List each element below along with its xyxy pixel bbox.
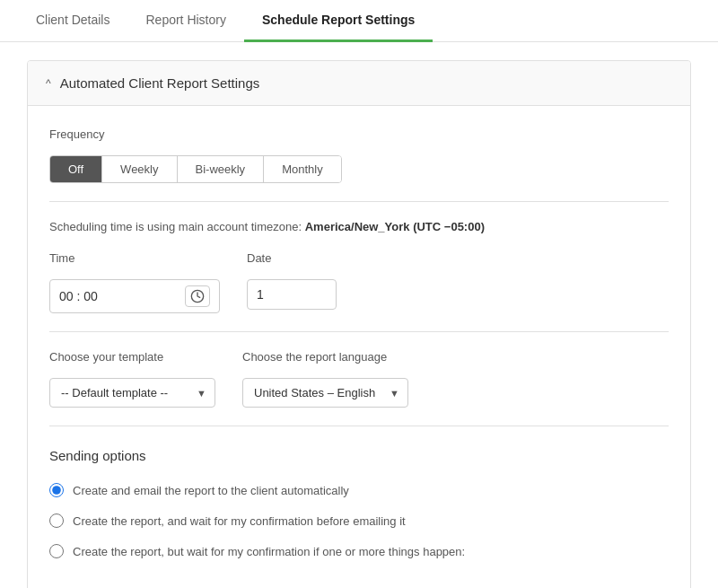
divider-3 [49,426,669,426]
radio-auto-label: Create and email the report to the clien… [73,484,349,497]
tab-report-history[interactable]: Report History [127,0,243,42]
freq-weekly-button[interactable]: Weekly [102,156,177,182]
section-body: Frequency Off Weekly Bi-weekly Monthly S… [28,106,690,588]
date-label: Date [247,251,337,265]
freq-biweekly-button[interactable]: Bi-weekly [178,156,265,182]
template-lang-row: Choose your template -- Default template… [49,350,669,408]
template-field-group: Choose your template -- Default template… [49,350,215,408]
section-header[interactable]: ^ Automated Client Report Settings [28,61,690,106]
time-label: Time [49,251,220,265]
time-field-group: Time 00 : 00 [49,251,220,313]
frequency-toggle-group: Off Weekly Bi-weekly Monthly [49,155,342,183]
main-content: ^ Automated Client Report Settings Frequ… [0,42,718,588]
radio-option-auto: Create and email the report to the clien… [49,483,669,497]
template-label: Choose your template [49,350,215,364]
radio-confirm-email[interactable] [49,513,64,528]
time-value: 00 : 00 [59,289,98,303]
sending-options-title: Sending options [49,448,669,463]
time-date-row: Time 00 : 00 Date [49,251,669,313]
divider-1 [49,201,669,202]
automated-settings-section: ^ Automated Client Report Settings Frequ… [27,60,691,588]
date-field-group: Date [247,251,337,313]
tab-client-details[interactable]: Client Details [18,0,127,42]
frequency-label: Frequency [49,127,669,141]
language-label: Choose the report language [242,350,408,364]
radio-confirm-condition[interactable] [49,544,64,558]
radio-option-confirm-condition: Create the report, but wait for my confi… [49,544,669,558]
freq-monthly-button[interactable]: Monthly [264,156,341,182]
collapse-chevron-icon: ^ [46,77,51,90]
clock-icon[interactable] [185,285,210,307]
radio-confirm-condition-label: Create the report, but wait for my confi… [73,545,465,558]
time-input[interactable]: 00 : 00 [49,279,220,313]
frequency-group: Frequency Off Weekly Bi-weekly Monthly [49,127,669,183]
language-select[interactable]: United States – English [242,378,408,408]
divider-2 [49,331,669,332]
template-select[interactable]: -- Default template -- [49,378,215,408]
radio-confirm-email-label: Create the report, and wait for my confi… [73,514,406,528]
timezone-note: Scheduling time is using main account ti… [49,220,669,233]
template-select-wrap: -- Default template -- ▼ [49,378,215,408]
radio-option-confirm-email: Create the report, and wait for my confi… [49,513,669,528]
freq-off-button[interactable]: Off [50,156,102,182]
section-title: Automated Client Report Settings [60,75,260,91]
language-field-group: Choose the report language United States… [242,350,408,408]
language-select-wrap: United States – English ▼ [242,378,408,408]
tab-bar: Client Details Report History Schedule R… [0,0,718,42]
timezone-value: America/New_York (UTC −05:00) [305,220,485,233]
radio-auto[interactable] [49,483,64,497]
date-input[interactable] [247,279,337,310]
sending-options-group: Sending options Create and email the rep… [49,444,669,569]
tab-schedule-report[interactable]: Schedule Report Settings [244,0,433,42]
